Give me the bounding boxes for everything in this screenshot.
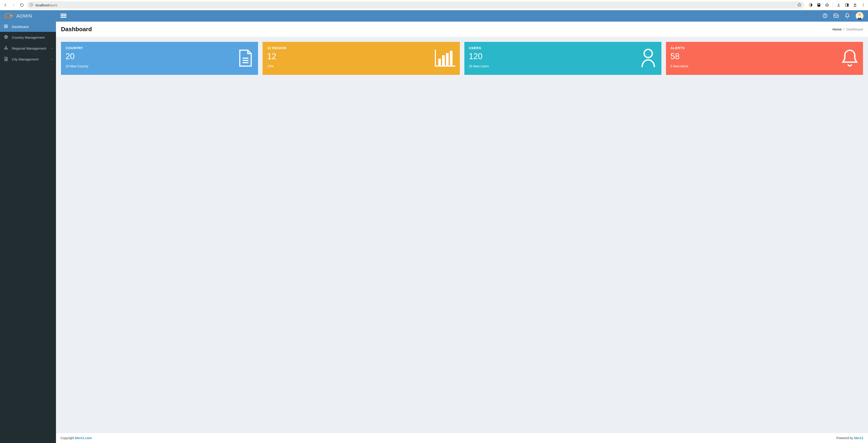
separator	[833, 3, 833, 7]
svg-rect-9	[847, 4, 848, 6]
card-alerts[interactable]: ALERTS 58 5 New Alerts	[666, 42, 863, 75]
breadcrumb-current: Dashboard	[846, 27, 863, 31]
sidebar-item-city[interactable]: City Management ›	[0, 54, 56, 65]
svg-rect-43	[446, 53, 449, 66]
footer-left: Copyright bbn11.com	[61, 436, 92, 440]
extension-icon-2[interactable]	[816, 2, 822, 7]
svg-point-45	[644, 50, 652, 58]
card-country[interactable]: COUNTRY 20 20 New Country	[61, 42, 258, 75]
card-region[interactable]: 12 REGION 12 10%	[262, 42, 460, 75]
browser-chrome: localhost/aum/	[0, 0, 868, 10]
svg-rect-25	[4, 25, 8, 26]
brand[interactable]: ADMIN	[0, 13, 56, 19]
profile-avatar-icon[interactable]	[852, 2, 858, 7]
notification-dot-icon	[838, 13, 839, 14]
breadcrumb-home[interactable]: Home	[833, 27, 842, 31]
breadcrumb: Home / Dashboard	[833, 27, 863, 31]
svg-point-12	[863, 4, 864, 4]
chevron-right-icon: ›	[52, 46, 52, 50]
brand-text: ADMIN	[17, 13, 32, 19]
footer-right: Powered by bbn11	[836, 436, 863, 440]
svg-rect-6	[818, 4, 819, 5]
notification-dot-icon	[848, 12, 850, 14]
browser-forward-button[interactable]	[10, 2, 17, 8]
card-sub: 25 New Users	[469, 64, 657, 68]
bookmark-star-icon[interactable]	[797, 3, 801, 7]
notifications-button[interactable]	[845, 13, 850, 19]
card-title: ALERTS	[671, 46, 859, 50]
svg-point-15	[5, 14, 13, 18]
card-title: COUNTRY	[65, 46, 253, 50]
browser-back-button[interactable]	[2, 2, 9, 8]
svg-rect-26	[4, 26, 8, 27]
site-info-icon[interactable]	[30, 3, 33, 7]
card-sub: 10%	[267, 64, 455, 68]
footer-copyright-link[interactable]: bbn11.com	[75, 436, 92, 440]
svg-point-13	[863, 5, 864, 5]
brand-logo-icon	[4, 13, 14, 19]
browser-extensions	[806, 2, 866, 7]
page-title: Dashboard	[61, 26, 92, 33]
card-sub: 5 New Alerts	[671, 64, 859, 68]
svg-point-14	[863, 6, 864, 6]
card-users[interactable]: USERS 120 25 New Users	[464, 42, 661, 75]
app-topbar: ADMIN	[0, 10, 868, 22]
sidebar-item-label: Dashboard	[12, 25, 28, 29]
svg-marker-3	[798, 3, 801, 6]
sidebar-item-label: City Management	[12, 57, 39, 61]
help-button[interactable]	[823, 13, 828, 19]
footer: Copyright bbn11.com Powered by bbn11	[56, 433, 868, 443]
svg-point-11	[854, 4, 856, 5]
card-value: 12	[267, 52, 455, 61]
svg-rect-30	[4, 49, 5, 50]
svg-rect-42	[442, 55, 445, 66]
card-title: 12 REGION	[267, 46, 455, 50]
main-content: Dashboard Home / Dashboard COUNTRY 20 20…	[56, 22, 868, 443]
sitemap-icon	[4, 46, 8, 51]
messages-button[interactable]	[833, 13, 839, 19]
extensions-puzzle-icon[interactable]	[825, 2, 830, 7]
extension-icon-1[interactable]	[808, 2, 813, 7]
svg-rect-19	[61, 17, 66, 18]
card-sub: 20 New Country	[65, 64, 253, 68]
stat-cards: COUNTRY 20 20 New Country 12 REGION 12 1…	[56, 37, 868, 80]
sidebar: Dashboard Country Management Regional Ma…	[0, 22, 56, 443]
browser-reload-button[interactable]	[19, 2, 25, 8]
svg-point-16	[10, 15, 11, 16]
svg-rect-40	[435, 66, 455, 67]
side-panel-icon[interactable]	[844, 2, 849, 7]
user-avatar[interactable]	[856, 12, 863, 20]
content-header: Dashboard Home / Dashboard	[56, 22, 868, 37]
sidebar-item-regional[interactable]: Regional Management ›	[0, 43, 56, 54]
user-icon	[640, 49, 657, 68]
card-value: 120	[469, 52, 657, 61]
globe-icon	[4, 35, 8, 40]
document-icon	[4, 57, 8, 62]
browser-url: localhost/aum/	[35, 3, 795, 7]
bar-chart-icon	[435, 50, 455, 67]
file-icon	[238, 49, 253, 68]
svg-rect-31	[5, 49, 6, 50]
bars-icon	[4, 25, 8, 29]
browser-address-bar[interactable]: localhost/aum/	[27, 1, 804, 9]
svg-rect-18	[61, 15, 66, 16]
chrome-menu-icon[interactable]	[861, 2, 866, 7]
svg-rect-29	[5, 46, 6, 47]
chevron-right-icon: ›	[52, 58, 52, 61]
sidebar-item-country[interactable]: Country Management	[0, 32, 56, 43]
sidebar-toggle-button[interactable]	[56, 13, 71, 19]
sidebar-item-dashboard[interactable]: Dashboard	[0, 22, 56, 32]
footer-powered-link[interactable]: bbn11	[854, 436, 863, 440]
svg-rect-41	[438, 59, 441, 66]
svg-rect-17	[61, 14, 66, 14]
card-value: 58	[671, 52, 859, 61]
svg-rect-44	[450, 51, 453, 66]
sidebar-item-label: Regional Management	[12, 46, 46, 50]
card-title: USERS	[469, 46, 657, 50]
breadcrumb-sep: /	[842, 27, 846, 31]
svg-rect-32	[7, 49, 8, 50]
downloads-icon[interactable]	[836, 2, 841, 7]
svg-rect-27	[4, 27, 8, 28]
svg-rect-39	[435, 50, 436, 67]
card-value: 20	[65, 52, 253, 61]
